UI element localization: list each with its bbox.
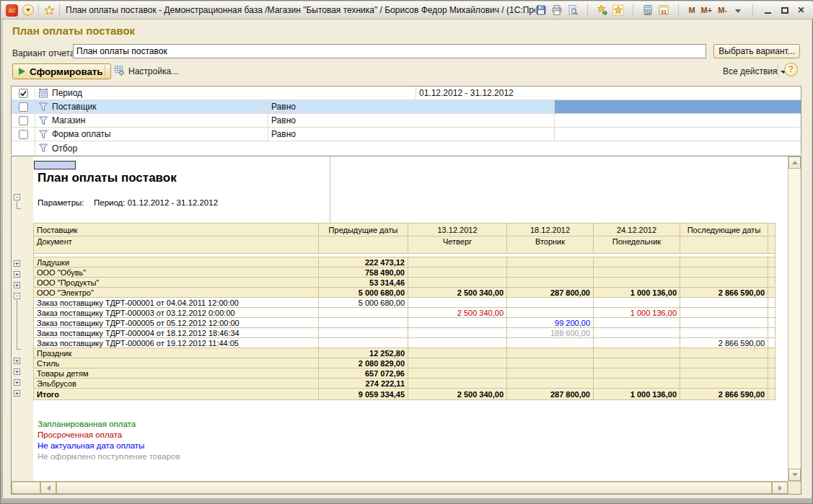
report-row-detail[interactable]: Заказ поставщику ТДРТ-000006 от 19.12.20… xyxy=(34,338,775,348)
horizontal-scroll-thumb[interactable] xyxy=(56,482,772,494)
amount-cell[interactable] xyxy=(594,328,680,338)
expand-button[interactable]: + xyxy=(14,271,20,278)
document-cell[interactable]: Заказ поставщику ТДРТ-000006 от 19.12.20… xyxy=(34,338,319,348)
amount-cell[interactable] xyxy=(680,328,768,338)
close-button[interactable]: ✕ xyxy=(795,4,807,16)
filter-checkbox[interactable] xyxy=(19,130,28,139)
report-row-detail[interactable]: Заказ поставщику ТДРТ-000004 от 18.12.20… xyxy=(34,328,775,338)
print-preview-icon[interactable] xyxy=(567,4,579,16)
favorite-icon[interactable] xyxy=(612,4,624,16)
document-cell[interactable]: Заказ поставщику ТДРТ-000005 от 05.12.20… xyxy=(34,318,319,328)
filter-checkbox[interactable] xyxy=(19,102,28,112)
amount-cell[interactable]: 1 000 136,00 xyxy=(594,389,680,400)
amount-cell[interactable]: 1 000 136,00 xyxy=(594,308,680,318)
filter-value-cell[interactable] xyxy=(555,114,801,127)
amount-cell[interactable] xyxy=(680,368,768,379)
amount-cell[interactable] xyxy=(507,298,594,308)
amount-cell[interactable]: 287 800,00 xyxy=(507,389,594,400)
filter-value-cell[interactable] xyxy=(555,128,801,141)
supplier-cell[interactable]: ООО "Продукты" xyxy=(34,278,319,288)
filter-condition-cell[interactable]: Равно xyxy=(268,114,555,127)
report-row-total[interactable]: Итого9 059 334,452 500 340,00287 800,001… xyxy=(34,389,775,400)
choose-variant-button[interactable]: Выбрать вариант... xyxy=(713,44,800,58)
amount-cell[interactable] xyxy=(408,338,507,348)
amount-cell[interactable] xyxy=(680,358,768,368)
favorites-star-icon[interactable] xyxy=(43,4,55,16)
extra-cell[interactable] xyxy=(768,257,775,268)
amount-cell[interactable] xyxy=(680,257,768,268)
amount-cell[interactable] xyxy=(408,358,507,368)
amount-cell[interactable]: 2 866 590,00 xyxy=(680,389,768,400)
amount-cell[interactable] xyxy=(319,338,408,348)
memory-button-m-minus[interactable]: M- xyxy=(717,6,728,14)
amount-cell[interactable] xyxy=(507,268,594,278)
amount-cell[interactable] xyxy=(680,379,768,389)
report-row-group[interactable]: ООО "Обувь"758 490,00 xyxy=(34,268,775,278)
amount-cell[interactable] xyxy=(319,318,408,328)
extra-cell[interactable] xyxy=(768,278,775,288)
help-button[interactable]: ? xyxy=(784,63,798,76)
report-row-detail[interactable]: Заказ поставщику ТДРТ-000001 от 04.04.20… xyxy=(34,298,775,308)
amount-cell[interactable] xyxy=(408,278,507,288)
filter-condition-cell[interactable]: Равно xyxy=(268,128,555,141)
amount-cell[interactable] xyxy=(680,318,768,328)
expand-button[interactable]: + xyxy=(14,390,20,397)
extra-cell[interactable] xyxy=(768,338,775,348)
settings-button[interactable]: Настройка... xyxy=(110,65,183,78)
report-row-group[interactable]: ООО "Электро"5 000 680,002 500 340,00287… xyxy=(34,288,775,298)
amount-cell[interactable] xyxy=(594,278,680,288)
vertical-scrollbar[interactable] xyxy=(788,156,801,481)
extra-cell[interactable] xyxy=(768,348,775,358)
report-row-detail[interactable]: Заказ поставщику ТДРТ-000003 от 03.12.20… xyxy=(34,308,775,318)
filter-row-payment-form[interactable]: Форма оплатыРавно xyxy=(12,128,801,141)
filter-label-cell[interactable]: Период xyxy=(35,87,416,100)
extra-cell[interactable] xyxy=(768,368,775,379)
supplier-cell[interactable]: Ладушки xyxy=(34,257,319,268)
amount-cell[interactable]: 2 866 590,00 xyxy=(680,338,768,348)
amount-cell[interactable] xyxy=(408,298,507,308)
scroll-right-button[interactable] xyxy=(772,482,788,494)
horizontal-scrollbar[interactable] xyxy=(12,481,788,494)
filter-condition-cell[interactable]: Равно xyxy=(268,100,555,113)
amount-cell[interactable]: 758 490,00 xyxy=(319,268,408,278)
amount-cell[interactable] xyxy=(507,338,594,348)
filter-label-cell[interactable]: Форма оплаты xyxy=(35,128,268,141)
generate-button[interactable]: Сформировать xyxy=(12,63,111,79)
filter-row-period[interactable]: Период01.12.2012 - 31.12.2012 xyxy=(12,87,801,100)
amount-cell[interactable]: 287 800,00 xyxy=(507,288,594,298)
amount-cell[interactable] xyxy=(507,348,594,358)
memory-button-m-plus[interactable]: M+ xyxy=(700,6,713,14)
filter-row-selection[interactable]: Отбор xyxy=(12,141,801,155)
filter-label-cell[interactable]: Отбор xyxy=(35,141,801,155)
amount-cell[interactable] xyxy=(507,379,594,389)
supplier-cell[interactable]: Праздник xyxy=(34,348,319,358)
calculator-icon[interactable] xyxy=(642,4,654,16)
minimize-button[interactable] xyxy=(762,4,774,16)
amount-cell[interactable] xyxy=(319,308,408,318)
amount-cell[interactable] xyxy=(507,278,594,288)
amount-cell[interactable] xyxy=(594,358,680,368)
amount-cell[interactable] xyxy=(680,268,768,278)
print-icon[interactable] xyxy=(551,4,563,16)
amount-cell[interactable] xyxy=(408,268,507,278)
amount-cell[interactable] xyxy=(680,298,768,308)
system-menu-button[interactable] xyxy=(22,4,34,16)
supplier-cell[interactable]: Товары детям xyxy=(34,368,319,379)
amount-cell[interactable] xyxy=(594,318,680,328)
amount-cell[interactable] xyxy=(507,257,594,268)
amount-cell[interactable] xyxy=(594,348,680,358)
amount-cell[interactable] xyxy=(680,348,768,358)
extra-cell[interactable] xyxy=(768,308,775,318)
expand-button[interactable]: + xyxy=(14,260,20,267)
amount-cell[interactable]: 9 059 334,45 xyxy=(319,389,408,400)
amount-cell[interactable] xyxy=(594,268,680,278)
filter-value-cell[interactable] xyxy=(555,100,801,113)
filter-checkbox[interactable] xyxy=(19,116,28,125)
extra-cell[interactable] xyxy=(768,318,775,328)
amount-cell[interactable] xyxy=(594,298,680,308)
amount-cell[interactable] xyxy=(408,379,507,389)
amount-cell[interactable] xyxy=(594,368,680,379)
expand-button[interactable]: + xyxy=(14,368,20,375)
memory-button-m[interactable]: M xyxy=(687,6,695,14)
amount-cell[interactable]: 2 866 590,00 xyxy=(680,288,768,298)
